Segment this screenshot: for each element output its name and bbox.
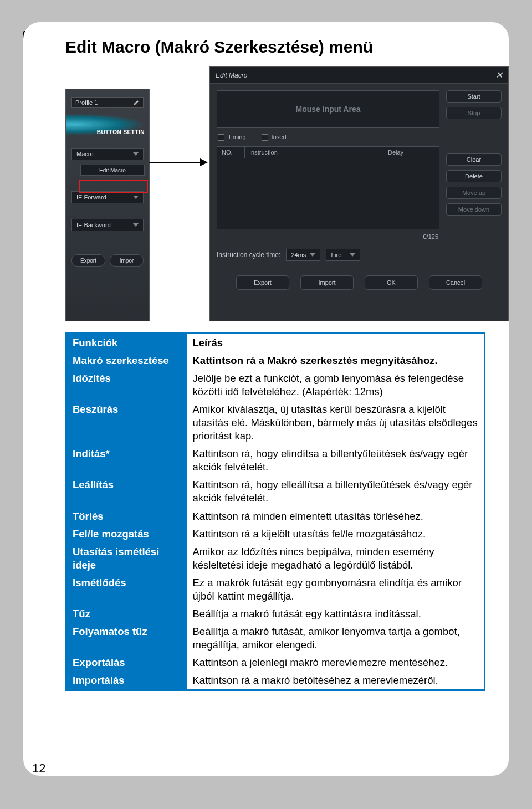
table-row: Makró szerkesztéseKattintson rá a Makró … [66, 352, 485, 370]
desc-cell: Kattintson rá, hogy elleállítsa a billen… [187, 476, 485, 507]
stop-button[interactable]: Stop [446, 107, 502, 119]
desc-cell: Ez a makrók futását egy gombnyomásra eli… [187, 574, 485, 605]
desc-cell: Kattintson rá minden elmentett utasítás … [187, 508, 485, 525]
start-button[interactable]: Start [446, 90, 502, 103]
table-row: Indítás*Kattintson rá, hogy elindítsa a … [66, 445, 485, 476]
settings-panel: Profile 1 BUTTON SETTIN Macro Edit Macro… [65, 89, 150, 321]
macro-label: Macro [76, 151, 94, 157]
chevron-down-icon [350, 253, 355, 257]
page-title: Edit Macro (Makró Szerkesztése) menü [65, 38, 497, 57]
func-cell: Exportálás [66, 654, 187, 672]
mouse-input-area[interactable]: Mouse Input Area [217, 90, 439, 128]
desc-cell: Amikor kiválasztja, új utasítás kerül be… [187, 401, 485, 445]
page-frame: Edit Macro (Makró Szerkesztése) menü Pro… [23, 22, 509, 776]
col-delay: Delay [383, 147, 439, 158]
dialog-title: Edit Macro [216, 71, 247, 79]
table-row: Folyamatos tűzBeállítja a makró futását,… [66, 623, 485, 654]
profile-label: Profile 1 [75, 99, 98, 106]
table-row: IsmétlődésEz a makrók futását egy gombny… [66, 574, 485, 605]
desc-cell: Beállítja a makró futását, amikor lenyom… [187, 623, 485, 654]
func-cell: Leállítás [66, 476, 187, 507]
table-header-row: Funkciók Leírás [66, 334, 485, 352]
ie-forward-label: IE Forward [76, 194, 106, 201]
chevron-down-icon [133, 223, 139, 227]
func-cell: Tűz [66, 605, 187, 623]
table-row: LeállításKattintson rá, hogy elleállítsa… [66, 476, 485, 507]
dialog-titlebar: Edit Macro ✕ [210, 67, 508, 84]
ie-forward-dropdown[interactable]: IE Forward [71, 191, 144, 203]
functions-table: Funkciók Leírás Makró szerkesztéseKattin… [65, 332, 485, 691]
chevron-down-icon [133, 152, 139, 156]
button-setting-banner: BUTTON SETTIN [66, 112, 149, 142]
desc-cell: Jelölje be ezt a funkciót, a gomb lenyom… [187, 370, 485, 401]
move-up-button[interactable]: Move up [446, 187, 502, 199]
desc-cell: Kattintson rá a Makró szerkesztés megnyi… [187, 352, 485, 370]
export-button-left[interactable]: Export [71, 254, 105, 267]
grid-header: NO. Instruction Delay [217, 147, 439, 158]
desc-cell: Beállítja a makró futását egy kattintásr… [187, 605, 485, 623]
chevron-down-icon [310, 253, 315, 257]
cycle-time-value: 24ms [291, 252, 306, 258]
clear-button[interactable]: Clear [446, 153, 502, 166]
desc-cell: Kattintson rá a kijelölt utasítás fel/le… [187, 525, 485, 543]
edit-macro-button[interactable]: Edit Macro [80, 165, 145, 176]
table-row: TűzBeállítja a makró futását egy kattint… [66, 605, 485, 623]
desc-cell: Kattintson rá a makró betöltéséhez a mer… [187, 672, 485, 690]
cycle-time-label: Instruction cycle time: [217, 251, 280, 259]
delete-button[interactable]: Delete [446, 170, 502, 182]
arrow-indicator [149, 162, 207, 163]
func-cell: Időzítés [66, 370, 187, 401]
profile-selector[interactable]: Profile 1 [71, 97, 144, 108]
edit-macro-dialog: Edit Macro ✕ Mouse Input Area Timing Ins… [209, 66, 509, 321]
func-cell: Fel/le mozgatás [66, 525, 187, 543]
insert-checkbox[interactable]: Insert [262, 134, 287, 141]
col-no: NO. [217, 147, 245, 158]
banner-label: BUTTON SETTIN [97, 129, 145, 135]
import-button-left[interactable]: Impor [110, 254, 144, 267]
timing-checkbox[interactable]: Timing [218, 134, 246, 141]
desc-cell: Kattintson a jelenlegi makró merevlemezr… [187, 654, 485, 672]
col-instruction: Instruction [245, 147, 383, 158]
chevron-down-icon [133, 196, 139, 199]
insert-label: Insert [272, 134, 287, 140]
cancel-button[interactable]: Cancel [429, 275, 482, 290]
table-row: TörlésKattintson rá minden elmentett uta… [66, 508, 485, 525]
ie-backward-dropdown[interactable]: IE Backword [71, 219, 144, 231]
edit-macro-label: Edit Macro [99, 167, 126, 173]
checkbox-icon [262, 134, 268, 141]
timing-label: Timing [228, 134, 246, 140]
macro-dropdown[interactable]: Macro [71, 148, 144, 160]
header-desc: Leírás [187, 334, 485, 352]
checkbox-icon [218, 134, 224, 141]
desc-cell: Kattintson rá, hogy elindítsa a billenty… [187, 445, 485, 476]
table-row: BeszúrásAmikor kiválasztja, új utasítás … [66, 401, 485, 445]
table-row: ExportálásKattintson a jelenlegi makró m… [66, 654, 485, 672]
header-func: Funkciók [66, 334, 187, 352]
screenshot-area: Profile 1 BUTTON SETTIN Macro Edit Macro… [65, 66, 509, 321]
func-cell: Törlés [66, 508, 187, 525]
cycle-time-select[interactable]: 24ms [286, 249, 320, 261]
cycle-mode-value: Fire [331, 252, 341, 258]
func-cell: Importálás [66, 672, 187, 690]
table-row: Utasítás ismétlési idejeAmikor az Időzít… [66, 543, 485, 574]
move-down-button[interactable]: Move down [446, 203, 502, 216]
cycle-mode-select[interactable]: Fire [326, 249, 360, 261]
func-cell: Indítás* [66, 445, 187, 476]
table-row: IdőzítésJelölje be ezt a funkciót, a gom… [66, 370, 485, 401]
func-cell: Ismétlődés [66, 574, 187, 605]
ok-button[interactable]: OK [365, 275, 418, 290]
instruction-counter: 0/125 [217, 232, 438, 240]
func-cell: Utasítás ismétlési ideje [66, 543, 187, 574]
edit-icon[interactable] [133, 99, 140, 106]
func-cell: Beszúrás [66, 401, 187, 445]
instruction-grid: NO. Instruction Delay [217, 146, 439, 229]
close-icon[interactable]: ✕ [495, 70, 503, 80]
desc-cell: Amikor az Időzítés nincs bepipálva, mind… [187, 543, 485, 574]
table-row: ImportálásKattintson rá a makró betöltés… [66, 672, 485, 690]
ie-backward-label: IE Backword [76, 222, 111, 228]
page-number: 12 [32, 761, 45, 776]
grid-body[interactable] [217, 158, 439, 229]
export-button[interactable]: Export [236, 275, 289, 290]
import-button[interactable]: Import [300, 275, 354, 290]
func-cell: Folyamatos tűz [66, 623, 187, 654]
